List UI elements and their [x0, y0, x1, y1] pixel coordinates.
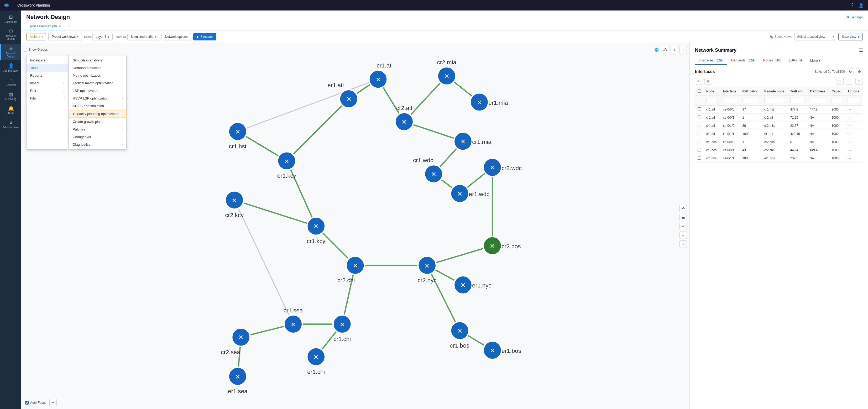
user-icon[interactable]: 👤 [859, 3, 864, 8]
auto-focus-label[interactable]: Auto-Focus [24, 400, 48, 405]
show-groups-checkbox-label[interactable]: Show Groups [24, 48, 48, 52]
zoom-in-btn[interactable]: + [680, 223, 687, 230]
panel-menu-icon[interactable]: ☰ [859, 48, 863, 53]
row-checkbox-4[interactable] [698, 140, 701, 143]
th-actions: Actions [845, 87, 863, 96]
row-checkbox-3[interactable] [698, 132, 701, 135]
tab-interfaces[interactable]: Interfaces 100 [695, 56, 727, 65]
delete-icon-btn[interactable]: 🗑 [705, 78, 712, 85]
sidebar-item-alerts[interactable]: 🔔 Alerts [0, 104, 21, 117]
menu-item-initializers[interactable]: Initializers › [27, 57, 68, 64]
sidebar-item-collector[interactable]: ≡ Collector [0, 75, 21, 89]
menu-item-capacity-planning[interactable]: Capacity planning optimization [69, 110, 126, 118]
next-icon-btn[interactable]: › [680, 46, 687, 53]
row-checkbox-0[interactable] [698, 107, 701, 111]
sidebar-item-job-manager[interactable]: 👤 Job Manager [0, 61, 21, 74]
svg-text:✕: ✕ [290, 321, 296, 328]
svg-line-40 [427, 265, 460, 331]
menu-item-demand-deduction[interactable]: Demand deduction [69, 64, 126, 72]
sidebar-item-administration[interactable]: ≡ Administration [0, 118, 21, 131]
globe-icon-btn[interactable]: 🌐 [653, 46, 660, 53]
menu-item-lsp-optimization[interactable]: LSP optimization › [69, 87, 126, 95]
menu-item-simulation-analysis[interactable]: Simulation analysis [69, 57, 126, 64]
menu-item-changeover[interactable]: Changeover [69, 133, 126, 141]
filter-interface-input[interactable] [723, 98, 737, 103]
canvas-area[interactable]: Show Groups 🌐 [21, 43, 689, 409]
menu-item-create-growth-plans[interactable]: Create growth plans [69, 118, 126, 125]
settings-link[interactable]: ⚙ Settings [846, 15, 863, 19]
sidebar-item-network-models[interactable]: ⬡ Network Models [0, 27, 21, 43]
filter-icon-btn[interactable]: ⊟ [836, 78, 844, 85]
refresh-icon-btn[interactable]: ↻ [847, 68, 854, 75]
menu-item-patches[interactable]: Patches › [69, 125, 126, 133]
cell-actions-5[interactable]: ··· [845, 146, 863, 154]
menu-item-tactical-metric[interactable]: Tactical metric optimization [69, 79, 126, 87]
cell-actions-2[interactable]: ··· [845, 122, 863, 130]
hierarchy-icon-btn[interactable] [680, 205, 687, 212]
menu-item-diagnostics[interactable]: Diagnostics › [69, 141, 126, 148]
filter-actions-input[interactable] [847, 98, 860, 103]
cell-actions-3[interactable]: ··· [845, 130, 863, 138]
row-checkbox-5[interactable] [698, 148, 701, 152]
add-tab-button[interactable]: + [66, 24, 73, 29]
network-options-button[interactable]: Network options [161, 33, 191, 40]
simulate-button[interactable]: ▶ Simulate [193, 33, 216, 40]
save-view-button[interactable]: Save view ▾ [838, 33, 863, 40]
actions-button[interactable]: Actions ▾ [26, 33, 46, 40]
filter-remote-input[interactable] [764, 98, 785, 103]
menu-item-tools[interactable]: Tools › [27, 64, 68, 72]
row-checkbox-2[interactable] [698, 124, 701, 127]
filter-traff-meas-input[interactable] [810, 98, 827, 103]
menu-item-file[interactable]: File › [27, 95, 68, 102]
sidebar-item-network-design[interactable]: ◈ Network Design [0, 44, 21, 60]
node-cr2sea: ✕ cr2.sea [221, 328, 250, 356]
cell-actions-0[interactable]: ··· [845, 105, 863, 114]
filter-node-input[interactable] [706, 98, 718, 103]
cell-node-2: cr1.atl [704, 122, 720, 130]
zoom-out-btn[interactable]: − [680, 231, 687, 239]
tab-interfaces-badge: 100 [715, 59, 723, 62]
filter-igp-input[interactable] [743, 98, 759, 103]
settings-icon-btn[interactable]: ⚙ [856, 68, 863, 75]
auto-focus-checkbox[interactable] [25, 401, 29, 405]
prev-icon-btn[interactable]: ‹ [671, 46, 678, 53]
network-nodes[interactable]: ✕ cr2.kcy ✕ er1.kcy ✕ cr1.kcy [221, 59, 522, 395]
help-icon[interactable]: ? [849, 3, 855, 8]
sidebar-item-dashboard[interactable]: ⊞ Dashboard [0, 12, 21, 26]
topology-icon-btn[interactable] [662, 46, 669, 53]
simulated-traffic-button[interactable]: Simulated traffic ▾ [127, 33, 160, 40]
cell-actions-6[interactable]: ··· [845, 154, 863, 162]
preset-workflows-button[interactable]: Preset workflows ▾ [48, 33, 82, 40]
tab-nodes[interactable]: Nodes 33 [759, 56, 785, 65]
grid-view-btn[interactable]: ⊞ [856, 78, 863, 85]
select-all-checkbox[interactable] [698, 89, 701, 93]
edit-icon-btn[interactable]: ✏ [695, 78, 702, 85]
menu-item-sr-lsp[interactable]: SR LSP optimization › [69, 102, 126, 110]
file-tab-processed-lab[interactable]: processed-lab.pln ✕ [26, 23, 65, 30]
list-icon-btn[interactable]: ☰ [680, 214, 687, 221]
sidebar-item-licensing[interactable]: ▤ Licensing [0, 90, 21, 103]
menu-item-metric-optimization[interactable]: Metric optimization [69, 72, 126, 79]
filter-traff-sim-input[interactable] [790, 98, 804, 103]
filter-capac-input[interactable] [832, 98, 842, 103]
row-checkbox-6[interactable] [698, 156, 701, 160]
list-view-btn[interactable]: ☰ [846, 78, 853, 85]
cell-actions-1[interactable]: ··· [845, 114, 863, 122]
node-cr2chi: ✕ cr2.chi [337, 256, 365, 284]
show-groups-checkbox[interactable] [24, 48, 27, 52]
file-tab-close[interactable]: ✕ [59, 24, 61, 28]
tab-lsps[interactable]: LSPs 0 [785, 56, 807, 65]
menu-item-insert[interactable]: Insert › [27, 79, 68, 87]
menu-item-reports[interactable]: Reports › [27, 72, 68, 79]
menu-item-edit[interactable]: Edit › [27, 87, 68, 95]
layer3-button[interactable]: Layer 3 ▾ [92, 33, 113, 40]
row-checkbox-1[interactable] [698, 116, 701, 119]
cell-actions-4[interactable]: ··· [845, 138, 863, 146]
crosshair-btn[interactable]: ✛ [680, 241, 687, 248]
saved-views-select[interactable]: Select a saved view [794, 33, 836, 40]
tab-more[interactable]: More ▾ [807, 57, 823, 65]
svg-text:✕: ✕ [401, 118, 407, 125]
menu-item-rsvp-lsp[interactable]: RSVP LSP optimization › [69, 95, 126, 102]
tab-demands[interactable]: Demands 109 [727, 56, 759, 65]
canvas-crosshair-icon[interactable]: ✛ [49, 399, 57, 406]
